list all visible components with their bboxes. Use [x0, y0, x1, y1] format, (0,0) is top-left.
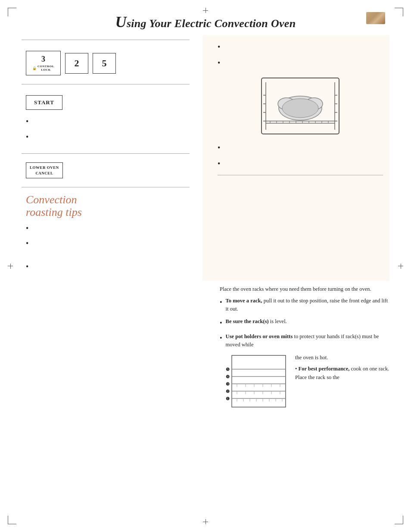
bottom-dot-3: • — [220, 333, 222, 344]
roasting-bullet-1: • — [26, 223, 190, 233]
key-3-number: 3 — [41, 55, 45, 64]
bottom-section: Place the oven racks where you need them… — [0, 281, 411, 417]
cancel-line1: LOWER OVEN — [30, 165, 59, 170]
bottom-bullet-2: • Be sure the rack(s) is level. — [220, 317, 389, 329]
right-dot-3: • — [218, 143, 220, 152]
cross-left — [8, 264, 13, 269]
bottom-label-3: Use pot holders or oven mitts — [226, 333, 293, 339]
bullet-dot-1: • — [26, 117, 28, 127]
rule-mid2-left — [22, 153, 190, 154]
right-bottom-bullets: • To move a rack, pull it out to the sto… — [220, 297, 389, 349]
keypad-row: 3 🔒 CONTROLLOCK 2 5 — [26, 51, 190, 75]
key-3: 3 🔒 CONTROLLOCK — [26, 51, 61, 75]
bottom-label-2: Be sure the rack(s) — [226, 318, 269, 324]
bottom-left — [22, 285, 202, 409]
roasting-dot-3: • — [26, 262, 28, 272]
rack-illustration: ❶ ❷ ❸ ❹ ❺ — [220, 353, 289, 409]
bottom-bullet-3: • Use pot holders or oven mitts to prote… — [220, 333, 389, 349]
roasting-bullet-2: • — [26, 238, 190, 249]
svg-rect-27 — [232, 355, 286, 407]
roasting-title: Convection roasting tips — [26, 194, 190, 218]
page-title: Using Your Electric Convection Oven — [115, 13, 296, 31]
right-content: • • — [211, 35, 389, 186]
cross-bottom — [203, 519, 208, 524]
bottom-text-2: Be sure the rack(s) is level. — [226, 317, 287, 326]
bottom-dot-1: • — [220, 297, 222, 308]
left-bullets-section: • • — [22, 114, 190, 149]
right-dot-1: • — [218, 43, 220, 52]
perf-intro: • — [295, 366, 299, 372]
cancel-section: LOWER OVEN CANCEL — [22, 158, 190, 183]
cancel-line2: CANCEL — [35, 171, 53, 175]
main-content: 3 🔒 CONTROLLOCK 2 5 START • — [0, 35, 411, 281]
key-3-label: CONTROLLOCK — [37, 65, 54, 72]
svg-text:❷: ❷ — [226, 389, 230, 394]
bottom-label-1: To move a rack, — [226, 298, 262, 304]
start-button[interactable]: START — [26, 95, 62, 110]
left-bullet-2: • — [26, 132, 190, 142]
title-first-letter: U — [115, 13, 127, 31]
bottom-bullet-1: • To move a rack, pull it out to the sto… — [220, 297, 389, 313]
bottom-right: Place the oven racks where you need them… — [211, 285, 389, 409]
rule-top-left — [22, 40, 190, 40]
left-column: 3 🔒 CONTROLLOCK 2 5 START • — [22, 35, 202, 281]
bottom-dot-2: • — [220, 317, 222, 329]
corner-mark-br — [395, 516, 403, 524]
right-column: • • — [202, 35, 389, 281]
svg-text:❶: ❶ — [226, 396, 230, 401]
roasting-title-line2: roasting tips — [26, 206, 82, 218]
rule-mid3-left — [22, 187, 190, 187]
right-dot-4: • — [218, 159, 220, 168]
roasting-tips-section: Convection roasting tips • • • — [22, 192, 190, 281]
perf-row: ❶ ❷ ❸ ❹ ❺ the oven is hot. • For best pe… — [220, 353, 389, 409]
right-bullet-1: • — [218, 42, 383, 52]
bullet-dot-2: • — [26, 133, 28, 142]
lock-icon: 🔒 — [32, 66, 37, 70]
rule-mid1-left — [22, 84, 190, 84]
roasting-bullets: • • • — [26, 223, 190, 272]
svg-point-16 — [282, 99, 318, 118]
svg-text:❺: ❺ — [226, 367, 230, 372]
corner-mark-bl — [8, 516, 16, 524]
roasting-dot-1: • — [26, 224, 28, 233]
place-text: Place the oven racks where you need them… — [220, 285, 389, 293]
roasting-bullet-3: • — [26, 261, 190, 272]
key-5: 5 — [93, 53, 116, 74]
left-bullet-1: • — [26, 116, 190, 127]
svg-text:❹: ❹ — [226, 374, 230, 379]
roasting-title-line1: Convection — [26, 193, 77, 206]
title-rest: sing Your Electric Convection Oven — [127, 17, 296, 30]
key-2: 2 — [65, 53, 88, 74]
brand-icon — [366, 12, 385, 24]
rule-right-bottom — [218, 175, 383, 175]
start-section: START — [22, 89, 190, 114]
bottom-text-1: To move a rack, pull it out to the stop … — [226, 297, 389, 313]
bottom-text-3: Use pot holders or oven mitts to protect… — [226, 333, 389, 349]
cross-right — [398, 264, 403, 269]
perf-text-block: the oven is hot. • For best performance,… — [295, 353, 389, 382]
keypad-section: 3 🔒 CONTROLLOCK 2 5 — [22, 44, 190, 80]
svg-text:❸: ❸ — [226, 382, 230, 386]
cancel-button[interactable]: LOWER OVEN CANCEL — [26, 162, 63, 178]
right-dot-2: • — [218, 59, 220, 68]
right-bullet-2: • — [218, 58, 383, 68]
oven-illustration — [257, 74, 343, 138]
page-header: Using Your Electric Convection Oven — [0, 0, 411, 35]
bottom-body-2: is level. — [270, 318, 287, 324]
right-bullet-4: • — [218, 159, 383, 168]
oven-hot-text: the oven is hot. — [295, 355, 328, 361]
perf-label: For best performance, — [299, 366, 350, 372]
right-bullet-3: • — [218, 143, 383, 152]
roasting-dot-2: • — [26, 239, 28, 249]
